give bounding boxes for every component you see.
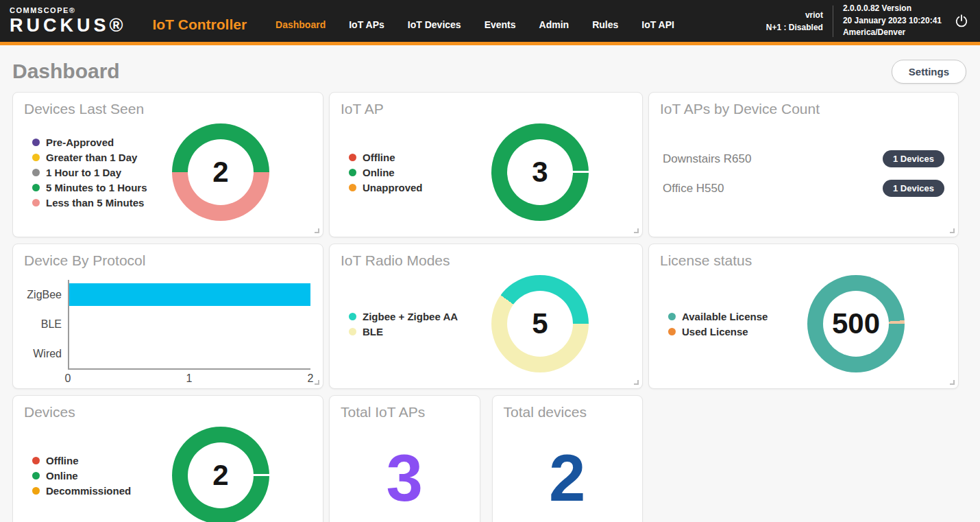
- card-title: Devices Last Seen: [24, 101, 312, 117]
- ap-name: Downstairs R650: [663, 152, 751, 166]
- y-axis-label: BLE: [24, 309, 68, 339]
- legend-dot: [668, 328, 676, 335]
- bar-zigbee: [69, 283, 310, 306]
- legend-label: Offline: [363, 152, 395, 163]
- x-axis-tick: 2: [308, 372, 314, 385]
- card-resize-handle[interactable]: [315, 380, 319, 385]
- legend-dot: [349, 169, 356, 176]
- devices-last-seen-donut-chart: 2: [172, 123, 269, 221]
- nav-item-iot-aps[interactable]: IoT APs: [349, 19, 384, 30]
- legend-dot: [32, 169, 40, 176]
- y-axis-label: ZigBee: [24, 280, 68, 309]
- ap-device-count-row: Downstairs R650 1 Devices: [663, 150, 944, 167]
- settings-button[interactable]: Settings: [892, 60, 966, 84]
- x-axis: 0 1 2: [68, 370, 310, 386]
- card-devices: Devices Offline Online Decommissioned 2: [12, 395, 323, 522]
- x-axis-tick: 1: [186, 372, 193, 385]
- legend-item: 1 Hour to 1 Day: [32, 167, 172, 178]
- iot-radio-modes-total: 5: [532, 307, 548, 340]
- version-info: 2.0.0.0.82 Version 20 January 2023 10:20…: [843, 3, 942, 38]
- power-button[interactable]: [954, 14, 969, 29]
- legend-item: 5 Minutes to 1 Hours: [32, 182, 172, 193]
- card-iot-radio-modes: IoT Radio Modes Zigbee + Zigbee AA BLE 5: [329, 244, 643, 389]
- legend-item: Decommissioned: [32, 485, 172, 497]
- cluster-name: vriot: [766, 9, 823, 21]
- legend-item: Offline: [349, 152, 491, 163]
- power-icon: [954, 14, 969, 29]
- nav-item-iot-api[interactable]: IoT API: [641, 19, 674, 30]
- devices-last-seen-legend: Pre-Approved Greater than 1 Day 1 Hour t…: [24, 133, 172, 212]
- iot-ap-legend: Offline Online Unapproved: [341, 148, 491, 197]
- y-axis-label: Wired: [24, 339, 68, 368]
- devices-total: 2: [212, 459, 228, 492]
- device-by-protocol-chart: ZigBee BLE Wired 0 1 2: [24, 280, 312, 386]
- card-title: IoT AP: [341, 101, 631, 117]
- card-title: Total IoT APs: [341, 404, 469, 420]
- current-datetime: 20 January 2023 10:20:41: [843, 15, 942, 27]
- nav-item-rules[interactable]: Rules: [592, 19, 618, 30]
- card-resize-handle[interactable]: [950, 380, 955, 385]
- card-iot-ap: IoT AP Offline Online Unapproved 3: [329, 92, 643, 237]
- legend-label: Available License: [682, 311, 768, 322]
- ap-name: Office H550: [663, 182, 724, 195]
- legend-item: Online: [32, 470, 172, 482]
- cluster-info: vriot N+1 : Disabled: [766, 9, 823, 34]
- legend-label: Greater than 1 Day: [46, 152, 137, 163]
- legend-label: Decommissioned: [46, 485, 131, 497]
- card-title: IoT APs by Device Count: [660, 101, 947, 117]
- card-resize-handle[interactable]: [634, 380, 639, 385]
- card-title: Total devices: [504, 404, 632, 420]
- nav-item-admin[interactable]: Admin: [539, 19, 569, 30]
- legend-dot: [32, 139, 40, 146]
- card-devices-last-seen: Devices Last Seen Pre-Approved Greater t…: [12, 92, 323, 237]
- license-status-legend: Available License Used License: [660, 307, 807, 341]
- x-axis-tick: 0: [65, 372, 71, 385]
- card-resize-handle[interactable]: [315, 228, 319, 233]
- legend-item: Pre-Approved: [32, 137, 172, 148]
- devices-last-seen-total: 2: [212, 156, 228, 189]
- nav-item-iot-devices[interactable]: IoT Devices: [408, 19, 461, 30]
- legend-item: Available License: [668, 311, 807, 322]
- legend-dot: [32, 154, 40, 161]
- legend-dot: [349, 154, 356, 161]
- iot-ap-donut-chart: 3: [491, 123, 589, 221]
- main-nav: Dashboard IoT APs IoT Devices Events Adm…: [275, 19, 674, 30]
- legend-dot: [32, 472, 40, 479]
- legend-item: Greater than 1 Day: [32, 152, 172, 163]
- card-license-status: License status Available License Used Li…: [648, 244, 959, 389]
- card-resize-handle[interactable]: [950, 228, 955, 233]
- plot-area: [68, 280, 310, 370]
- commscope-logo: COMMSCOPE®: [10, 7, 126, 14]
- legend-item: Less than 5 Minutes: [32, 197, 172, 209]
- card-resize-handle[interactable]: [634, 228, 639, 233]
- legend-item: Used License: [668, 326, 807, 337]
- devices-legend: Offline Online Decommissioned: [24, 451, 172, 500]
- legend-dot: [349, 184, 356, 191]
- legend-item: Offline: [32, 455, 172, 466]
- legend-dot: [32, 199, 40, 206]
- legend-item: Zigbee + Zigbee AA: [349, 311, 491, 322]
- devices-donut-chart: 2: [172, 427, 269, 522]
- ruckus-logo: RUCKUS®: [10, 16, 126, 35]
- iot-ap-total: 3: [532, 156, 548, 189]
- legend-label: Used License: [682, 326, 748, 337]
- nav-item-dashboard[interactable]: Dashboard: [275, 19, 326, 30]
- card-title: Devices: [24, 404, 312, 420]
- card-device-by-protocol: Device By Protocol ZigBee BLE Wired 0: [12, 244, 323, 389]
- nav-item-events[interactable]: Events: [485, 19, 516, 30]
- card-total-iot-aps: Total IoT APs 3: [329, 395, 480, 522]
- brand-logo: COMMSCOPE® RUCKUS®: [0, 7, 126, 35]
- card-iot-aps-by-device-count: IoT APs by Device Count Downstairs R650 …: [648, 92, 959, 237]
- totals-row: Total IoT APs 3 Total devices 2: [329, 395, 643, 522]
- timezone: America/Denver: [843, 27, 942, 38]
- legend-label: BLE: [363, 326, 383, 337]
- legend-label: Pre-Approved: [46, 137, 114, 148]
- dashboard-grid: Devices Last Seen Pre-Approved Greater t…: [12, 92, 966, 522]
- ap-device-count-row: Office H550 1 Devices: [663, 180, 944, 197]
- license-status-donut-chart: 500: [807, 275, 905, 372]
- legend-label: Offline: [46, 455, 79, 466]
- total-devices-value: 2: [549, 445, 585, 511]
- total-iot-aps-value: 3: [387, 445, 423, 511]
- legend-item: Unapproved: [349, 182, 491, 193]
- card-total-devices: Total devices 2: [492, 395, 644, 522]
